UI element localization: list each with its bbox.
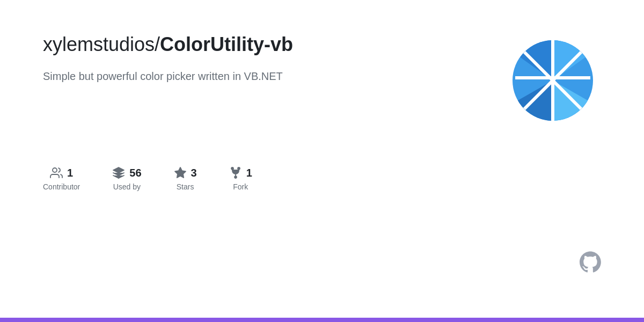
fork-label: Fork	[233, 182, 248, 191]
contributors-count: 1	[67, 167, 73, 179]
star-icon	[174, 166, 187, 179]
people-icon	[50, 166, 63, 179]
main-content: xylemstudios/ColorUtility-vb Simple but …	[0, 0, 644, 318]
stat-used-by[interactable]: 56 Used by	[112, 166, 141, 191]
stat-used-by-top: 56	[112, 166, 141, 179]
fork-count: 1	[246, 167, 252, 179]
github-mark-icon	[580, 251, 601, 273]
used-by-count: 56	[129, 167, 141, 179]
used-by-label: Used by	[113, 182, 141, 191]
stat-contributors-top: 1	[50, 166, 73, 179]
title-section: xylemstudios/ColorUtility-vb Simple but …	[43, 32, 293, 84]
header-area: xylemstudios/ColorUtility-vb Simple but …	[43, 32, 601, 129]
stars-label: Stars	[177, 182, 194, 191]
logo-area	[504, 32, 601, 129]
stat-contributors[interactable]: 1 Contributor	[43, 166, 80, 191]
stat-stars-top: 3	[174, 166, 197, 179]
page-container: xylemstudios/ColorUtility-vb Simple but …	[0, 0, 644, 322]
fork-icon	[229, 166, 242, 179]
repo-description: Simple but powerful color picker written…	[43, 68, 293, 84]
stars-count: 3	[191, 167, 197, 179]
bottom-bar	[0, 318, 644, 322]
repo-name: ColorUtility-vb	[160, 33, 293, 55]
github-mark-area	[580, 251, 601, 275]
stat-fork-top: 1	[229, 166, 252, 179]
repo-owner: xylemstudios/	[43, 33, 160, 55]
stats-area: 1 Contributor 56	[43, 166, 601, 191]
stat-stars[interactable]: 3 Stars	[174, 166, 197, 191]
svg-marker-8	[175, 167, 186, 178]
svg-point-6	[53, 168, 57, 172]
package-icon	[112, 166, 125, 179]
stat-fork[interactable]: 1 Fork	[229, 166, 252, 191]
repo-title: xylemstudios/ColorUtility-vb	[43, 32, 293, 57]
app-logo-icon	[510, 38, 596, 123]
contributors-label: Contributor	[43, 182, 80, 191]
